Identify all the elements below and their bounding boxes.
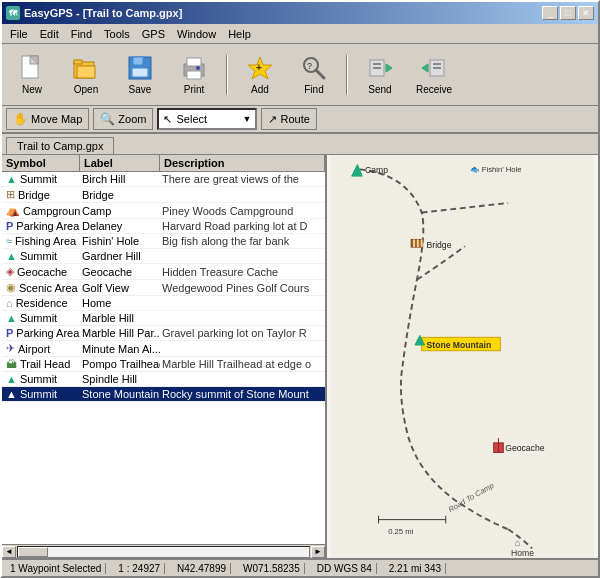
- waypoint-symbol: ▲ Summit: [2, 250, 80, 262]
- menu-item-file[interactable]: File: [4, 26, 34, 42]
- svg-rect-20: [373, 67, 381, 69]
- zoom-button[interactable]: 🔍 Zoom: [93, 108, 153, 130]
- latitude-status: N42.47899: [173, 563, 231, 574]
- menu-item-find[interactable]: Find: [65, 26, 98, 42]
- symbol-icon: ⛺: [6, 204, 20, 217]
- send-icon: [366, 54, 394, 82]
- waypoint-row[interactable]: ◉ Scenic Area Golf View Wedgewood Pines …: [2, 280, 325, 296]
- waypoint-row[interactable]: 🏔 Trail Head Pompo Trailhead Marble Hill…: [2, 357, 325, 372]
- horizontal-scrollbar[interactable]: ◄ ►: [2, 544, 325, 558]
- symbol-icon: 🏔: [6, 358, 17, 370]
- waypoint-row[interactable]: ✈ Airport Minute Man Ai...: [2, 341, 325, 357]
- svg-text:0.25 mi: 0.25 mi: [388, 527, 413, 536]
- send-button[interactable]: Send: [354, 49, 406, 101]
- toolbar2: ✋ Move Map 🔍 Zoom ↖ Select ▼ ↗ Route: [2, 106, 598, 134]
- symbol-text: Summit: [20, 373, 57, 385]
- waypoint-description: Piney Woods Campground: [160, 205, 325, 217]
- scale-status: 1 : 24927: [114, 563, 165, 574]
- symbol-icon: ◈: [6, 265, 14, 278]
- menu-item-gps[interactable]: GPS: [136, 26, 171, 42]
- scroll-left-button[interactable]: ◄: [2, 546, 16, 558]
- symbol-icon: ▲: [6, 173, 17, 185]
- waypoint-row[interactable]: ⊞ Bridge Bridge: [2, 187, 325, 203]
- waypoint-row[interactable]: P Parking Area Delaney Harvard Road park…: [2, 219, 325, 234]
- svg-text:Bridge: Bridge: [427, 240, 452, 250]
- waypoint-label: Fishin' Hole: [80, 235, 160, 247]
- select-dropdown[interactable]: ↖ Select ▼: [157, 108, 257, 130]
- waypoint-row[interactable]: ▲ Summit Marble Hill: [2, 311, 325, 326]
- waypoint-list[interactable]: ▲ Summit Birch Hill There are great view…: [2, 172, 325, 544]
- receive-button[interactable]: Receive: [408, 49, 460, 101]
- maximize-button[interactable]: □: [560, 6, 576, 20]
- add-button[interactable]: + Add: [234, 49, 286, 101]
- symbol-text: Summit: [20, 173, 57, 185]
- toolbar-separator-2: [346, 55, 348, 95]
- find-button[interactable]: ? Find: [288, 49, 340, 101]
- menu-item-help[interactable]: Help: [222, 26, 257, 42]
- map-view: Camp 🐟 Fishin' Hole Bridge Stone Mountai…: [327, 155, 598, 558]
- symbol-icon: ✈: [6, 342, 15, 355]
- waypoint-label: Marble Hill Par...: [80, 327, 160, 339]
- waypoint-row[interactable]: P Parking Area Marble Hill Par... Gravel…: [2, 326, 325, 341]
- move-map-icon: ✋: [13, 112, 28, 126]
- open-button[interactable]: Open: [60, 49, 112, 101]
- description-column-header: Description: [160, 155, 325, 171]
- waypoint-row[interactable]: ▲ Summit Birch Hill There are great view…: [2, 172, 325, 187]
- receive-label: Receive: [416, 84, 452, 95]
- waypoint-label: Delaney: [80, 220, 160, 232]
- waypoint-label: Gardner Hill: [80, 250, 160, 262]
- svg-marker-25: [422, 64, 428, 72]
- menu-item-tools[interactable]: Tools: [98, 26, 136, 42]
- symbol-icon: ◉: [6, 281, 16, 294]
- move-map-button[interactable]: ✋ Move Map: [6, 108, 89, 130]
- close-button[interactable]: ✕: [578, 6, 594, 20]
- waypoint-row[interactable]: ⌂ Residence Home: [2, 296, 325, 311]
- waypoint-label: Pompo Trailhead: [80, 358, 160, 370]
- new-label: New: [22, 84, 42, 95]
- status-bar: 1 Waypoint Selected 1 : 24927 N42.47899 …: [2, 558, 598, 576]
- waypoint-label: Geocache: [80, 266, 160, 278]
- waypoint-row[interactable]: ⛺ Campground Camp Piney Woods Campground: [2, 203, 325, 219]
- waypoint-label: Bridge: [80, 189, 160, 201]
- select-chevron-icon: ▼: [243, 114, 252, 124]
- menu-item-window[interactable]: Window: [171, 26, 222, 42]
- svg-rect-8: [132, 68, 148, 77]
- svg-rect-7: [133, 57, 143, 65]
- print-label: Print: [184, 84, 205, 95]
- scrollbar-thumb[interactable]: [18, 547, 48, 557]
- print-button[interactable]: Print: [168, 49, 220, 101]
- scroll-right-button[interactable]: ►: [311, 546, 325, 558]
- symbol-icon: ▲: [6, 388, 17, 400]
- route-button[interactable]: ↗ Route: [261, 108, 316, 130]
- waypoint-description: Hidden Treasure Cache: [160, 266, 325, 278]
- new-button[interactable]: New: [6, 49, 58, 101]
- symbol-text: Campground: [23, 205, 80, 217]
- waypoint-label: Minute Man Ai...: [80, 343, 160, 355]
- tab-label: Trail to Camp.gpx: [17, 140, 103, 152]
- waypoint-description: There are great views of the: [160, 173, 325, 185]
- minimize-button[interactable]: _: [542, 6, 558, 20]
- waypoint-row[interactable]: ▲ Summit Spindle Hill: [2, 372, 325, 387]
- menu-item-edit[interactable]: Edit: [34, 26, 65, 42]
- tab-trail-to-camp[interactable]: Trail to Camp.gpx: [6, 137, 114, 154]
- send-label: Send: [368, 84, 391, 95]
- waypoint-symbol: ⌂ Residence: [2, 297, 80, 309]
- toolbar-separator-1: [226, 55, 228, 95]
- waypoint-row[interactable]: ◈ Geocache Geocache Hidden Treasure Cach…: [2, 264, 325, 280]
- waypoint-description: Gravel parking lot on Taylor R: [160, 327, 325, 339]
- map-panel[interactable]: Camp 🐟 Fishin' Hole Bridge Stone Mountai…: [327, 155, 598, 558]
- waypoint-symbol: ≈ Fishing Area: [2, 235, 80, 247]
- waypoint-row[interactable]: ≈ Fishing Area Fishin' Hole Big fish alo…: [2, 234, 325, 249]
- waypoint-description: Marble Hill Trailhead at edge o: [160, 358, 325, 370]
- waypoint-label: Golf View: [80, 282, 160, 294]
- waypoint-row[interactable]: ▲ Summit Gardner Hill: [2, 249, 325, 264]
- scrollbar-track[interactable]: [17, 546, 310, 558]
- svg-rect-24: [433, 67, 441, 69]
- waypoint-row[interactable]: ▲ Summit Stone Mountain Rocky summit of …: [2, 387, 325, 402]
- waypoint-symbol: ⛺ Campground: [2, 204, 80, 217]
- waypoint-label: Birch Hill: [80, 173, 160, 185]
- svg-rect-19: [373, 63, 381, 65]
- svg-text:Camp: Camp: [365, 165, 388, 175]
- save-button[interactable]: Save: [114, 49, 166, 101]
- svg-rect-23: [433, 63, 441, 65]
